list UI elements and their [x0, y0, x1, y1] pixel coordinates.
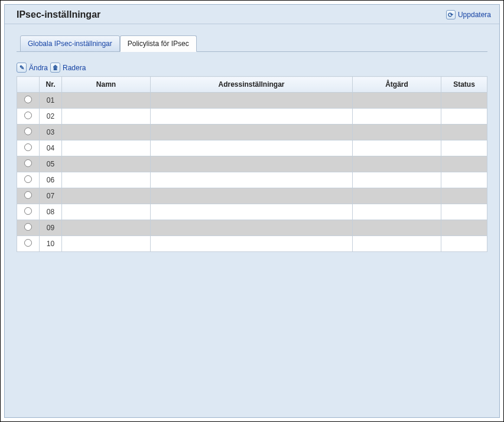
cell-name [62, 109, 151, 125]
table-header-row: Nr. Namn Adressinställningar Åtgärd Stat… [17, 77, 487, 93]
cell-status [441, 188, 487, 204]
cell-address [151, 236, 353, 252]
cell-address [151, 220, 353, 236]
table-row: 01 [17, 93, 487, 109]
row-select-radio[interactable] [24, 207, 32, 215]
cell-select [17, 236, 40, 252]
cell-select [17, 204, 40, 220]
cell-name [62, 220, 151, 236]
col-nr: Nr. [40, 77, 62, 93]
col-select [17, 77, 40, 93]
cell-nr: 09 [40, 220, 62, 236]
cell-action [353, 93, 441, 109]
col-status: Status [441, 77, 487, 93]
cell-select [17, 109, 40, 125]
table-row: 05 [17, 156, 487, 172]
cell-nr: 03 [40, 125, 62, 140]
cell-name [62, 140, 151, 156]
cell-status [441, 156, 487, 172]
cell-status [441, 125, 487, 140]
row-select-radio[interactable] [24, 191, 32, 199]
cell-select [17, 172, 40, 188]
col-name: Namn [62, 77, 151, 93]
table-row: 06 [17, 172, 487, 188]
cell-nr: 05 [40, 156, 62, 172]
delete-label: Radera [63, 64, 86, 72]
row-select-radio[interactable] [24, 175, 32, 183]
refresh-label: Uppdatera [458, 11, 491, 19]
tab-global-ipsec[interactable]: Globala IPsec-inställningar [20, 35, 120, 52]
row-select-radio[interactable] [24, 127, 32, 135]
cell-nr: 02 [40, 109, 62, 125]
row-select-radio[interactable] [24, 143, 32, 151]
cell-name [62, 93, 151, 109]
cell-address [151, 93, 353, 109]
cell-name [62, 156, 151, 172]
cell-name [62, 188, 151, 204]
col-action: Åtgärd [353, 77, 441, 93]
tab-label: Globala IPsec-inställningar [28, 40, 112, 48]
tab-bar: Globala IPsec-inställningar Policylista … [17, 35, 487, 52]
policy-table: Nr. Namn Adressinställningar Åtgärd Stat… [17, 76, 487, 252]
cell-name [62, 236, 151, 252]
refresh-icon: ⟳ [446, 10, 456, 19]
cell-nr: 01 [40, 93, 62, 109]
cell-address [151, 172, 353, 188]
cell-action [353, 236, 441, 252]
cell-address [151, 188, 353, 204]
table-row: 07 [17, 188, 487, 204]
cell-name [62, 172, 151, 188]
cell-address [151, 156, 353, 172]
table-row: 08 [17, 204, 487, 220]
cell-status [441, 93, 487, 109]
edit-button[interactable]: ✎ Ändra [17, 63, 48, 73]
cell-select [17, 125, 40, 140]
table-row: 04 [17, 140, 487, 156]
row-select-radio[interactable] [24, 159, 32, 167]
delete-button[interactable]: 🗑 Radera [50, 63, 86, 73]
cell-address [151, 204, 353, 220]
cell-status [441, 204, 487, 220]
cell-status [441, 220, 487, 236]
cell-status [441, 109, 487, 125]
cell-action [353, 204, 441, 220]
panel-content: Globala IPsec-inställningar Policylista … [5, 24, 499, 417]
cell-status [441, 172, 487, 188]
cell-nr: 10 [40, 236, 62, 252]
cell-select [17, 93, 40, 109]
table-row: 02 [17, 109, 487, 125]
cell-address [151, 140, 353, 156]
cell-action [353, 125, 441, 140]
tab-ipsec-policy-list[interactable]: Policylista för IPsec [120, 35, 197, 52]
row-select-radio[interactable] [24, 223, 32, 231]
cell-nr: 04 [40, 140, 62, 156]
settings-panel: IPsec-inställningar ⟳ Uppdatera Globala … [4, 4, 500, 418]
refresh-button[interactable]: ⟳ Uppdatera [446, 10, 491, 19]
panel-header: IPsec-inställningar ⟳ Uppdatera [5, 5, 499, 24]
cell-select [17, 188, 40, 204]
cell-action [353, 109, 441, 125]
cell-status [441, 236, 487, 252]
cell-action [353, 172, 441, 188]
row-select-radio[interactable] [24, 96, 32, 103]
cell-nr: 07 [40, 188, 62, 204]
page-title: IPsec-inställningar [17, 9, 100, 20]
cell-name [62, 125, 151, 140]
col-address: Adressinställningar [151, 77, 353, 93]
action-toolbar: ✎ Ändra 🗑 Radera [17, 63, 487, 73]
cell-name [62, 204, 151, 220]
cell-select [17, 220, 40, 236]
row-select-radio[interactable] [24, 239, 32, 247]
tab-label: Policylista för IPsec [128, 40, 189, 48]
row-select-radio[interactable] [24, 112, 32, 119]
cell-action [353, 220, 441, 236]
cell-select [17, 140, 40, 156]
cell-action [353, 156, 441, 172]
pencil-icon: ✎ [17, 63, 27, 73]
cell-select [17, 156, 40, 172]
table-row: 09 [17, 220, 487, 236]
table-row: 10 [17, 236, 487, 252]
cell-nr: 06 [40, 172, 62, 188]
cell-status [441, 140, 487, 156]
table-row: 03 [17, 125, 487, 140]
